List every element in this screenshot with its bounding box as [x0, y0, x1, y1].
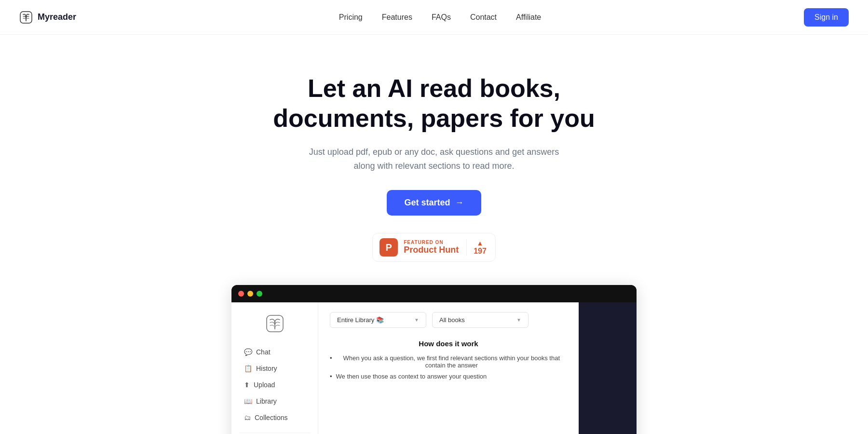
sidebar-collections-label: Collections: [255, 414, 287, 421]
get-started-button[interactable]: Get started →: [387, 190, 481, 216]
logo-icon: [19, 11, 33, 24]
product-hunt-badge[interactable]: P FEATURED ON Product Hunt ▲ 197: [372, 233, 496, 262]
nav-features[interactable]: Features: [382, 13, 412, 21]
nav-links: Pricing Features FAQs Contact Affiliate: [339, 13, 541, 22]
brand-logo[interactable]: Myreader: [19, 11, 76, 24]
library-dropdown-label: Entire Library 📚: [337, 316, 384, 324]
hero-subtitle: Just upload pdf, epub or any doc, ask qu…: [299, 145, 569, 173]
sidebar-chat-label: Chat: [256, 348, 271, 356]
library-dropdown-arrow: ▼: [414, 317, 419, 323]
collections-icon: 🗂: [244, 414, 251, 421]
sidebar-item-history[interactable]: 📋 History: [239, 361, 310, 376]
app-body: 💬 Chat 📋 History ⬆ Upload 📖 Library: [231, 302, 637, 434]
signin-button[interactable]: Sign in: [804, 8, 849, 27]
ph-vote-count: 197: [474, 247, 487, 256]
sidebar-logo: [239, 314, 310, 333]
sidebar-item-upload[interactable]: ⬆ Upload: [239, 378, 310, 392]
product-hunt-icon: P: [380, 238, 398, 257]
nav-pricing[interactable]: Pricing: [339, 13, 363, 21]
hero-section: Let an AI read books, documents, papers …: [0, 35, 868, 434]
upload-icon: ⬆: [244, 381, 250, 389]
topbar-maximize-dot: [257, 291, 262, 297]
app-content-item-1: • When you ask a question, we first find…: [330, 354, 567, 369]
nav-contact[interactable]: Contact: [470, 13, 497, 21]
sidebar-history-label: History: [256, 365, 277, 372]
content-item-1-text: When you ask a question, we first find r…: [336, 354, 567, 369]
topbar-minimize-dot: [247, 291, 253, 297]
arrow-icon: →: [455, 198, 464, 208]
ph-name: Product Hunt: [404, 245, 459, 255]
sidebar-item-collections[interactable]: 🗂 Collections: [239, 410, 310, 425]
ph-featured-label: FEATURED ON: [404, 240, 443, 245]
brand-name: Myreader: [38, 12, 76, 22]
books-dropdown-arrow: ▼: [516, 317, 521, 323]
product-hunt-text: FEATURED ON Product Hunt: [404, 240, 459, 255]
nav-faqs[interactable]: FAQs: [432, 13, 451, 21]
sidebar-item-chat[interactable]: 💬 Chat: [239, 345, 310, 359]
hero-title: Let an AI read books, documents, papers …: [265, 73, 603, 134]
books-dropdown[interactable]: All books ▼: [432, 312, 529, 328]
books-dropdown-label: All books: [439, 316, 465, 324]
sidebar-library-label: Library: [256, 397, 277, 405]
navbar: Myreader Pricing Features FAQs Contact A…: [0, 0, 868, 35]
sidebar-item-library[interactable]: 📖 Library: [239, 394, 310, 408]
app-content-item-2: • We then use those as context to answer…: [330, 373, 567, 380]
get-started-label: Get started: [404, 198, 450, 208]
ph-votes-section: ▲ 197: [466, 239, 487, 256]
sidebar-upload-label: Upload: [254, 381, 275, 389]
app-sidebar: 💬 Chat 📋 History ⬆ Upload 📖 Library: [231, 302, 318, 434]
topbar-close-dot: [238, 291, 244, 297]
preview-wrapper: 💬 Chat 📋 History ⬆ Upload 📖 Library: [19, 285, 849, 434]
bullet-1: •: [330, 354, 332, 362]
app-main: Entire Library 📚 ▼ All books ▼ How does …: [318, 302, 579, 434]
nav-affiliate[interactable]: Affiliate: [516, 13, 541, 21]
app-preview: 💬 Chat 📋 History ⬆ Upload 📖 Library: [231, 285, 637, 434]
library-dropdown[interactable]: Entire Library 📚 ▼: [330, 312, 426, 328]
app-dropdowns: Entire Library 📚 ▼ All books ▼: [330, 312, 567, 328]
chat-icon: 💬: [244, 348, 252, 356]
content-item-2-text: We then use those as context to answer y…: [336, 373, 487, 380]
library-icon: 📖: [244, 397, 252, 405]
app-topbar: [231, 285, 637, 302]
sidebar-divider: [239, 433, 310, 433]
bullet-2: •: [330, 373, 332, 380]
app-content-title: How does it work: [330, 339, 567, 348]
history-icon: 📋: [244, 365, 252, 372]
ph-arrow-icon: ▲: [477, 239, 484, 247]
